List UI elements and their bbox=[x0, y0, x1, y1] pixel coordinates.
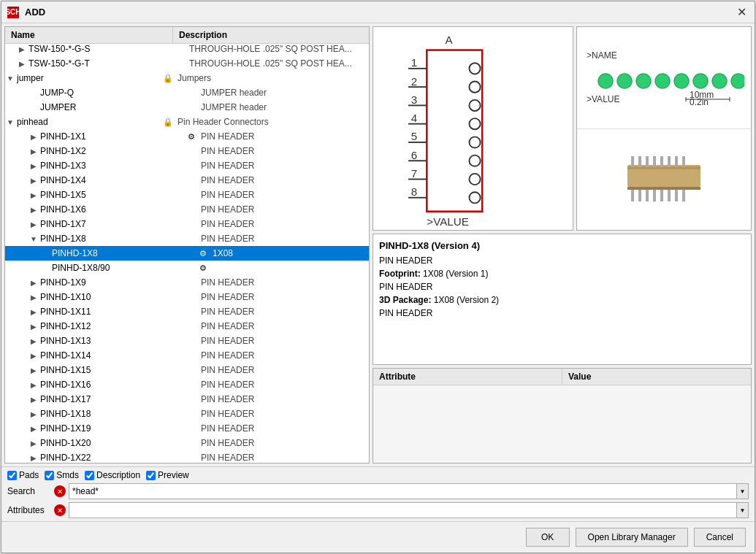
tree-row[interactable]: ▶ PINHD-1X14 PIN HEADER bbox=[5, 348, 369, 363]
tree-row[interactable]: ▶ PINHD-1X19 PIN HEADER bbox=[5, 421, 369, 436]
tree-row[interactable]: ▶ TSW-150-*-G-T THROUGH-HOLE .025" SQ PO… bbox=[5, 56, 369, 71]
package-desc: PIN HEADER bbox=[379, 308, 432, 318]
tree-row[interactable]: ▶ PINHD-1X5 PIN HEADER bbox=[5, 188, 369, 202]
tree-row[interactable]: ▶ PINHD-1X10 PIN HEADER bbox=[5, 290, 369, 304]
tree-expander[interactable]: ▶ bbox=[28, 162, 39, 170]
tree-expander[interactable]: ▶ bbox=[28, 337, 39, 345]
tree-expander[interactable]: ▶ bbox=[28, 177, 39, 185]
search-input[interactable] bbox=[69, 483, 737, 499]
tree-row[interactable]: ▶ PINHD-1X16 PIN HEADER bbox=[5, 377, 369, 392]
tree-cell-icon: 🔒 bbox=[161, 118, 175, 127]
app-icon: SCH bbox=[7, 7, 19, 18]
description-checkbox[interactable] bbox=[85, 471, 94, 480]
tree-expander[interactable]: ▶ bbox=[28, 308, 39, 316]
tree-cell-name: PINHD-1X14 bbox=[39, 350, 185, 361]
tree-expander[interactable]: ▶ bbox=[28, 133, 39, 141]
svg-text:5: 5 bbox=[411, 130, 417, 142]
tree-row[interactable]: ▼ pinhead 🔒 Pin Header Connectors bbox=[5, 115, 369, 129]
tree-expander[interactable]: ▶ bbox=[28, 381, 39, 389]
attributes-dropdown-button[interactable]: ▼ bbox=[737, 502, 749, 518]
tree-expander[interactable]: ▶ bbox=[28, 454, 39, 462]
attributes-input[interactable] bbox=[69, 502, 737, 518]
tree-expander[interactable]: ▶ bbox=[28, 147, 39, 155]
tree-expander[interactable]: ▶ bbox=[28, 220, 39, 228]
tree-expander[interactable]: ▶ bbox=[28, 293, 39, 301]
svg-rect-60 bbox=[627, 187, 700, 190]
svg-point-23 bbox=[469, 155, 480, 166]
tree-header: Name Description bbox=[5, 27, 369, 44]
tree-row[interactable]: ▼ PINHD-1X8 PIN HEADER bbox=[5, 231, 369, 246]
tree-expander[interactable]: ▶ bbox=[28, 352, 39, 360]
svg-text:>VALUE: >VALUE bbox=[587, 94, 619, 104]
tree-row[interactable]: ▶ PINHD-1X17 PIN HEADER bbox=[5, 392, 369, 407]
tree-row[interactable]: ▼ jumper 🔒 Jumpers bbox=[5, 71, 369, 85]
tree-cell-desc: PIN HEADER bbox=[198, 306, 369, 318]
tree-expander[interactable]: ▶ bbox=[28, 439, 39, 447]
tree-expander[interactable]: ▶ bbox=[28, 410, 39, 418]
tree-row[interactable]: ▶ PINHD-1X4 PIN HEADER bbox=[5, 173, 369, 188]
tree-expander[interactable]: ▶ bbox=[28, 396, 39, 404]
tree-cell-desc: PIN HEADER bbox=[198, 408, 369, 420]
preview-checkbox[interactable] bbox=[146, 471, 156, 480]
tree-expander[interactable]: ▼ bbox=[28, 235, 39, 243]
tree-row[interactable]: JUMPER JUMPER header bbox=[5, 100, 369, 115]
tree-cell-desc: PIN HEADER bbox=[198, 335, 369, 347]
tree-row[interactable]: ▶ TSW-150-*-G-S THROUGH-HOLE .025" SQ PO… bbox=[5, 44, 369, 56]
smds-checkbox[interactable] bbox=[45, 471, 54, 480]
tree-row[interactable]: ▶ PINHD-1X15 PIN HEADER bbox=[5, 363, 369, 377]
tree-cell-desc: THROUGH-HOLE .025" SQ POST HEA... bbox=[186, 44, 369, 55]
tree-expander[interactable]: ▶ bbox=[28, 206, 39, 214]
tree-cell-name: PINHD-1X5 bbox=[39, 189, 185, 201]
tree-row[interactable]: ▶ PINHD-1X7 PIN HEADER bbox=[5, 217, 369, 231]
tree-row[interactable]: PINHD-1X8 ⚙ 1X08 bbox=[5, 246, 369, 261]
tree-expander[interactable]: ▶ bbox=[28, 191, 39, 199]
tree-row[interactable]: ▶ PINHD-1X20 PIN HEADER bbox=[5, 436, 369, 450]
tree-row[interactable]: JUMP-Q JUMPER header bbox=[5, 85, 369, 100]
tree-expander[interactable]: ▼ bbox=[5, 74, 15, 82]
pads-filter[interactable]: Pads bbox=[7, 470, 39, 480]
tree-row[interactable]: ▶ PINHD-1X9 PIN HEADER bbox=[5, 275, 369, 290]
tree-cell-desc: PIN HEADER bbox=[198, 379, 369, 391]
tree-row[interactable]: ▶ PINHD-1X6 PIN HEADER bbox=[5, 202, 369, 217]
smds-filter[interactable]: Smds bbox=[45, 470, 79, 480]
tree-row[interactable]: ▶ PINHD-1X11 PIN HEADER bbox=[5, 304, 369, 319]
tree-expander[interactable]: ▶ bbox=[28, 279, 39, 287]
tree-row[interactable]: ▶ PINHD-1X3 PIN HEADER bbox=[5, 158, 369, 173]
tree-cell-name: PINHD-1X15 bbox=[39, 364, 185, 376]
search-input-wrap: ▼ bbox=[69, 483, 749, 499]
tree-row[interactable]: ▶ PINHD-1X22 PIN HEADER bbox=[5, 450, 369, 463]
cancel-button[interactable]: Cancel bbox=[694, 528, 746, 547]
search-clear-button[interactable]: ✕ bbox=[54, 485, 66, 497]
tree-expander[interactable]: ▶ bbox=[17, 60, 27, 68]
tree-row[interactable]: PINHD-1X8/90 ⚙ bbox=[5, 261, 369, 275]
close-button[interactable]: ✕ bbox=[734, 5, 749, 19]
svg-text:>VALUE: >VALUE bbox=[427, 215, 468, 228]
preview-filter[interactable]: Preview bbox=[146, 470, 189, 480]
fp-3d-svg bbox=[620, 150, 708, 209]
tree-cell-desc: PIN HEADER bbox=[198, 174, 369, 186]
tree-expander[interactable]: ▶ bbox=[28, 323, 39, 331]
tree-cell-desc: Pin Header Connectors bbox=[175, 116, 369, 128]
search-dropdown-button[interactable]: ▼ bbox=[737, 483, 749, 499]
tree-expander[interactable]: ▼ bbox=[5, 118, 15, 126]
ok-button[interactable]: OK bbox=[526, 528, 570, 547]
tree-cell-name: PINHD-1X20 bbox=[39, 437, 185, 449]
tree-expander[interactable]: ▶ bbox=[28, 366, 39, 374]
tree-cell-name: PINHD-1X11 bbox=[39, 306, 185, 318]
tree-row[interactable]: ▶ PINHD-1X2 PIN HEADER bbox=[5, 144, 369, 158]
attributes-clear-button[interactable]: ✕ bbox=[54, 504, 66, 516]
tree-expander[interactable]: ▶ bbox=[28, 425, 39, 433]
description-filter[interactable]: Description bbox=[85, 470, 140, 480]
tree-row[interactable]: ▶ PINHD-1X1 ⚙ PIN HEADER bbox=[5, 129, 369, 144]
footprint-label: Footprint: bbox=[379, 269, 421, 279]
tree-row[interactable]: ▶ PINHD-1X13 PIN HEADER bbox=[5, 334, 369, 348]
tree-row[interactable]: ▶ PINHD-1X18 PIN HEADER bbox=[5, 407, 369, 421]
tree-row[interactable]: ▶ PINHD-1X12 PIN HEADER bbox=[5, 319, 369, 334]
pads-checkbox[interactable] bbox=[7, 471, 17, 480]
tree-expander[interactable]: ▶ bbox=[17, 45, 27, 53]
tree-cell-name: pinhead bbox=[15, 116, 161, 128]
tree-body[interactable]: ▶ TSW-149-*-G-S THROUGH-HOLE .025" SQ PO… bbox=[5, 44, 369, 463]
open-library-manager-button[interactable]: Open Library Manager bbox=[576, 528, 688, 547]
svg-rect-50 bbox=[675, 156, 678, 167]
svg-point-33 bbox=[693, 74, 708, 88]
